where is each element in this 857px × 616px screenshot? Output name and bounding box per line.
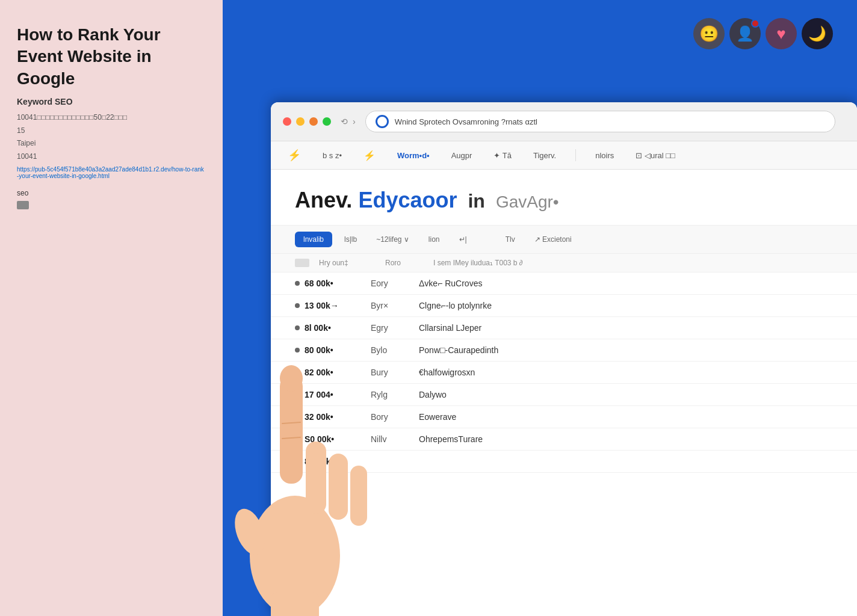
tab-icon-0[interactable]: ⚡ [283, 146, 306, 164]
row-volume: 8l 00k• [305, 323, 371, 333]
meta-line2: 15 [17, 126, 25, 135]
row-intent: Ponw□-Caurapedinth [419, 345, 833, 355]
row-intent: €halfowigrosxn [419, 368, 833, 377]
row-dot [295, 414, 300, 419]
traffic-light-orange[interactable] [309, 117, 318, 126]
tab-separator [575, 149, 576, 161]
row-volume: 17 004• [305, 390, 371, 399]
row-source: Eory [371, 279, 419, 288]
table-row: 8l 00k•EgryCllarsinal LJeper [271, 317, 857, 339]
table-row: 8F 00k• [271, 451, 857, 473]
tab-nloirs[interactable]: nloirs [590, 149, 619, 162]
table-row: 32 00k•BoryEowerave [271, 406, 857, 428]
row-intent: Clgne⌐-lo ptolynrke [419, 301, 833, 310]
row-intent: Cllarsinal LJeper [419, 323, 833, 333]
svg-point-1 [229, 505, 271, 559]
col-invalib-btn[interactable]: lnvalib [295, 232, 332, 247]
row-volume: 68 00k• [305, 279, 371, 288]
browser-window: ⟲ › Wnind Sprotech Ovsamroning ?rnats αz… [271, 102, 857, 616]
address-text: Wnind Sprotech Ovsamroning ?rnats αztl [395, 117, 825, 126]
page-title-area: Anev. Edycaoor in GavAgr• [295, 188, 833, 213]
tab-bar: ⚡ b s z• ⚡ Worm•d• Augpr ✦ Tā Tigerv. nl… [271, 141, 857, 170]
table-row: S0 00k•NillvOhrepemsTurare [271, 428, 857, 451]
notification-dot [751, 19, 760, 28]
meta-chars: □□□□□□□□□□□□□50□22□□□ [37, 113, 127, 122]
tab-augpr[interactable]: Augpr [447, 149, 477, 162]
page-title-part1: Anev. [295, 188, 352, 213]
col-lion[interactable]: lion [421, 232, 447, 247]
traffic-light-red[interactable] [283, 117, 291, 126]
browser-icon-1: 😐 [693, 18, 725, 49]
row-volume: 32 00k• [305, 412, 371, 422]
row-volume: 13 00k→ [305, 301, 371, 310]
row-dot [295, 303, 300, 308]
row-intent: Dalywo [419, 390, 833, 399]
col-separator [479, 236, 493, 243]
tab-worm[interactable]: Worm•d• [392, 149, 435, 162]
back-icon[interactable]: ⟲ [341, 117, 348, 126]
table-row: 68 00k•EoryΔvke⌐ RuCroves [271, 273, 857, 295]
browser-icon-4: 🌙 [802, 18, 833, 49]
security-icon [376, 115, 389, 128]
row-volume: 80 00k• [305, 345, 371, 355]
forward-icon[interactable]: › [353, 117, 356, 126]
row-dot [295, 348, 300, 353]
col-invalib-label: lnvalib [303, 235, 324, 244]
traffic-light-green[interactable] [323, 117, 331, 126]
sidebar-url[interactable]: https://pub-5c454f571b8e40a3a2aad27ade84… [17, 166, 206, 179]
page-header: Anev. Edycaoor in GavAgr• [271, 170, 857, 226]
address-bar[interactable]: Wnind Sprotech Ovsamroning ?rnats αztl [365, 111, 835, 132]
row-dot [295, 392, 300, 397]
table-body: 68 00k•EoryΔvke⌐ RuCroves13 00k→Byr×Clgn… [271, 273, 857, 473]
col-tlv[interactable]: Tlv [498, 232, 522, 247]
sidebar-icon [17, 201, 29, 209]
col-arrow[interactable]: ↵| [452, 232, 474, 247]
col-lslb[interactable]: ls|lb [337, 232, 364, 247]
row-source: Rylg [371, 390, 419, 399]
row-dot [295, 459, 300, 464]
row-source: Bory [371, 412, 419, 422]
row-checkbox-area [295, 259, 309, 267]
browser-icons: 😐 👤 ♥ 🌙 [693, 18, 833, 49]
col-12lifeg[interactable]: ~12lifeg ∨ [369, 232, 416, 247]
top-header: 😐 👤 ♥ 🌙 [223, 0, 857, 108]
header-intent: I sem IMey iludua₁ T003 b ∂ [433, 259, 833, 267]
tab-bsz[interactable]: b s z• [318, 149, 347, 162]
col-export[interactable]: ↗ Excietoni [527, 232, 579, 247]
browser-navigation: ⟲ › [341, 117, 356, 126]
row-source: Bury [371, 368, 419, 377]
content-area: Anev. Edycaoor in GavAgr• lnvalib ls|lb … [271, 170, 857, 473]
meta-location: Taipei [17, 139, 36, 147]
row-intent: OhrepemsTurare [419, 434, 833, 444]
row-source: Bylo [371, 345, 419, 355]
main-area: 😐 👤 ♥ 🌙 [223, 0, 857, 616]
tab-aural[interactable]: ⊡ ◁ural □□ [631, 149, 680, 162]
traffic-lights [283, 117, 331, 126]
page-title: How to Rank Your Event Website in Google [17, 24, 206, 90]
row-volume: 8F 00k• [305, 457, 371, 466]
row-intent: Δvke⌐ RuCroves [419, 279, 833, 288]
browser-bar: ⟲ › Wnind Sprotech Ovsamroning ?rnats αz… [271, 102, 857, 141]
table-header: lnvalib ls|lb ~12lifeg ∨ lion ↵| Tlv ↗ E… [271, 226, 857, 254]
row-volume: 82 00k• [305, 368, 371, 377]
header-keyword: Hry oun‡ [319, 259, 385, 267]
row-intent: Eowerave [419, 412, 833, 422]
traffic-light-yellow[interactable] [296, 117, 305, 126]
tab-ta[interactable]: ✦ Tā [489, 149, 516, 162]
row-volume: S0 00k• [305, 434, 371, 444]
page-title-part3: in [468, 190, 484, 212]
browser-icon-3: ♥ [766, 18, 797, 49]
row-source: Nillv [371, 434, 419, 444]
row-source: Byr× [371, 301, 419, 310]
table-row: 82 00k•Bury€halfowigrosxn [271, 362, 857, 384]
tab-icon-2[interactable]: ⚡ [359, 147, 380, 164]
row-source: Egry [371, 323, 419, 333]
sidebar-meta: 10041□□□□□□□□□□□□□50□22□□□ 15 Taipei 100… [17, 111, 206, 163]
row-dot [295, 437, 300, 442]
row-dot [295, 325, 300, 330]
page-title-part4: GavAgr• [496, 192, 559, 212]
table-row-header: Hry oun‡ Roro I sem IMey iludua₁ T003 b … [271, 254, 857, 273]
tab-tigerv[interactable]: Tigerv. [528, 149, 561, 162]
table-row: 13 00k→Byr×Clgne⌐-lo ptolynrke [271, 295, 857, 317]
table-row: 17 004•RylgDalywo [271, 384, 857, 406]
